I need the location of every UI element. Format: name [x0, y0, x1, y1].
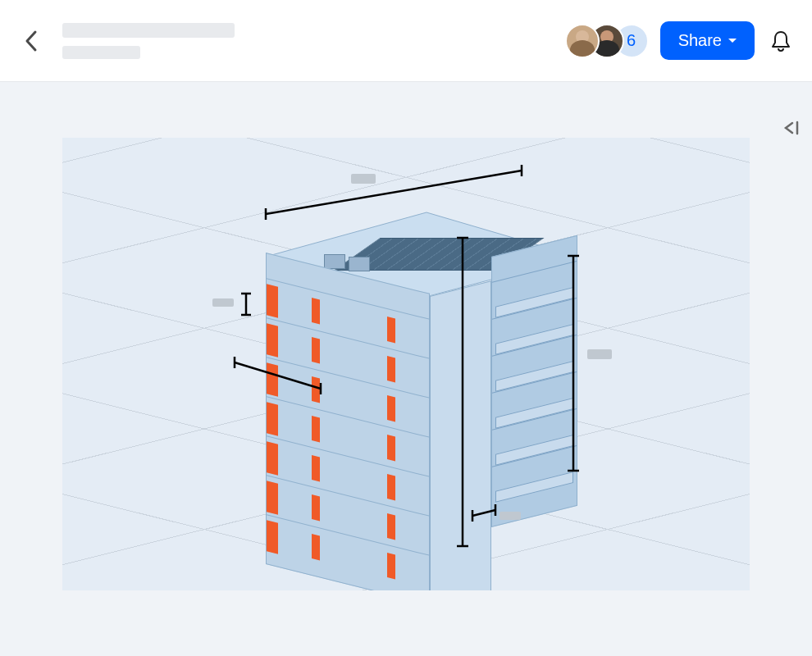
- collapse-sidebar-button[interactable]: [776, 113, 805, 143]
- building-facade-center: [430, 280, 491, 590]
- hvac-unit: [324, 254, 345, 269]
- dimension-label: [587, 349, 612, 359]
- building-facade-left: [266, 253, 430, 590]
- collaborator-avatars[interactable]: 6: [565, 24, 649, 58]
- building-facade-right: [491, 235, 577, 527]
- app-header: 6 Share: [0, 0, 812, 82]
- share-button[interactable]: Share: [660, 21, 755, 60]
- document-title-area: [62, 23, 565, 59]
- building-model: [266, 183, 577, 576]
- hvac-unit: [349, 257, 370, 271]
- dimension-label: [351, 174, 376, 184]
- back-button[interactable]: [16, 26, 46, 56]
- notifications-button[interactable]: [766, 26, 796, 56]
- document-subtitle-placeholder: [62, 46, 140, 59]
- dimension-label: [212, 298, 234, 307]
- avatar[interactable]: [565, 24, 600, 58]
- model-canvas[interactable]: [62, 138, 750, 590]
- header-actions: 6 Share: [565, 21, 796, 60]
- share-button-label: Share: [678, 31, 722, 50]
- document-title-placeholder: [62, 23, 235, 38]
- dimension-label: [500, 512, 521, 520]
- viewer-content: [0, 82, 812, 656]
